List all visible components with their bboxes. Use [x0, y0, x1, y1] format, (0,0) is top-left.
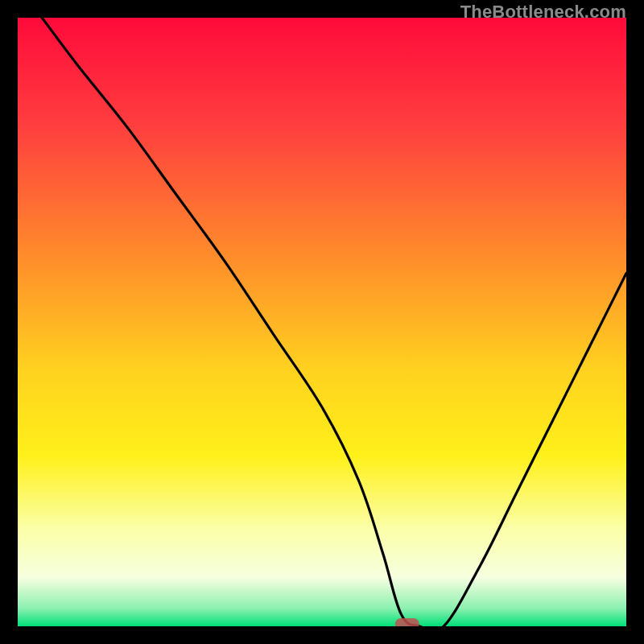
plot-area: [18, 18, 626, 626]
optimal-marker: [395, 618, 419, 626]
gradient-background: [18, 18, 626, 626]
chart-frame: TheBottleneck.com: [0, 0, 644, 644]
